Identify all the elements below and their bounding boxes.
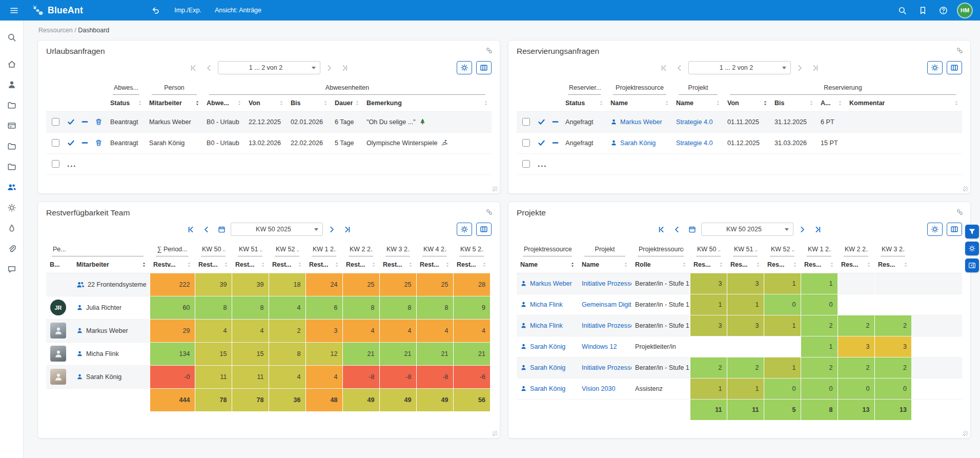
col-dauer[interactable]: Dauer (331, 95, 363, 111)
settings-button[interactable] (457, 61, 472, 74)
col-rest-kw[interactable]: Rest... (269, 256, 305, 273)
sidebar-item-home[interactable] (3, 55, 21, 73)
col-res-kw[interactable]: Res... (838, 256, 874, 273)
cell-ressource[interactable]: Markus Weber (517, 273, 578, 294)
last-page-button[interactable] (338, 62, 351, 74)
col-rest-kw[interactable]: Rest... (342, 256, 379, 273)
col-res-kw[interactable]: Res... (764, 256, 801, 273)
sidebar-item-orders[interactable] (3, 137, 21, 155)
col-bild[interactable]: B... (46, 256, 73, 273)
cell-projekt[interactable]: Gemeinsam Digital (578, 294, 631, 315)
approve-icon[interactable] (538, 118, 545, 126)
sidebar-item-worktime[interactable] (3, 117, 21, 134)
cell-projekt[interactable]: Initiative Prozesse (578, 357, 631, 378)
select-all-checkbox[interactable] (52, 160, 59, 168)
cell-ressource[interactable]: Sarah König (517, 336, 578, 357)
decline-icon[interactable] (552, 139, 559, 147)
period-select[interactable]: KW 50 2025 (231, 223, 323, 236)
menu-icon[interactable] (8, 5, 19, 16)
unlink-icon[interactable] (485, 47, 493, 54)
sidebar-item-contacts[interactable] (3, 76, 21, 93)
more-actions[interactable]: ... (538, 160, 547, 168)
approve-icon[interactable] (67, 118, 75, 126)
columns-button[interactable] (947, 61, 962, 74)
col-aufwand[interactable]: A... (817, 95, 846, 111)
row-checkbox[interactable] (52, 118, 59, 126)
col-rest-kw[interactable]: Rest... (195, 256, 232, 273)
next-page-button[interactable] (793, 62, 806, 74)
cell-projekt[interactable]: Initiative Prozesse (578, 273, 631, 294)
row-checkbox[interactable] (522, 118, 530, 126)
col-ressource-name[interactable]: Name (517, 256, 578, 273)
col-von[interactable]: Von (245, 95, 287, 111)
col-bemerkung[interactable]: Bemerkung (363, 95, 492, 111)
period-select[interactable]: KW 50 2025 (701, 223, 793, 236)
last-page-button[interactable] (341, 223, 354, 236)
col-res-kw[interactable]: Res... (727, 256, 764, 273)
decline-icon[interactable] (552, 118, 559, 126)
resize-handle[interactable] (963, 186, 968, 191)
columns-button[interactable] (476, 61, 492, 74)
cell-ressource[interactable]: Sarah König (517, 378, 578, 399)
col-mitarbeiter[interactable]: Mitarbeiter (146, 95, 203, 111)
next-page-button[interactable] (325, 223, 338, 236)
cell-projekt[interactable]: Strategie 4.0 (672, 111, 724, 132)
resize-handle[interactable] (493, 431, 498, 436)
nav-ansicht-antraege[interactable]: Ansicht: Anträge (215, 7, 261, 14)
search-icon[interactable] (896, 5, 908, 16)
cell-projekt[interactable]: Windows 12 (578, 336, 631, 357)
columns-button[interactable] (947, 223, 962, 236)
next-page-button[interactable] (323, 62, 336, 74)
last-page-button[interactable] (809, 62, 822, 74)
col-status[interactable]: Status (107, 95, 146, 111)
resize-handle[interactable] (493, 186, 498, 191)
sidebar-item-quality[interactable] (3, 220, 21, 237)
cell-ressource[interactable]: Micha Flink (517, 315, 578, 336)
col-projekt-name[interactable]: Name (578, 256, 631, 273)
col-rest-kw[interactable]: Rest... (453, 256, 490, 273)
prev-page-button[interactable] (200, 223, 213, 236)
sidebar-item-resources[interactable] (3, 178, 21, 196)
sidebar-item-search[interactable] (3, 29, 21, 46)
sidebar-item-messages[interactable] (3, 261, 21, 278)
cell-ressource[interactable]: Micha Flink (517, 294, 578, 315)
filter-fab-button[interactable] (965, 225, 979, 238)
help-icon[interactable] (937, 5, 949, 16)
cell-projekt[interactable]: Strategie 4.0 (672, 132, 724, 153)
sidebar-item-settings[interactable] (3, 199, 21, 216)
page-select[interactable]: 1 ... 2 von 2 (688, 61, 791, 74)
columns-button[interactable] (476, 223, 492, 236)
cell-projekt[interactable]: Initiative Prozesse (578, 315, 631, 336)
bookmark-icon[interactable] (917, 5, 928, 16)
col-rest-kw[interactable]: Rest... (232, 256, 269, 273)
settings-button[interactable] (927, 223, 943, 236)
delete-icon[interactable] (95, 139, 103, 147)
nav-imp-exp[interactable]: Imp./Exp. (174, 7, 201, 14)
sidebar-item-attachments[interactable] (3, 240, 21, 257)
collapse-fab-button[interactable] (965, 258, 979, 272)
col-projekt-name[interactable]: Name (672, 95, 724, 111)
col-abwesenheit[interactable]: Abwe... (203, 95, 245, 111)
approve-icon[interactable] (538, 139, 545, 147)
col-bis[interactable]: Bis (287, 95, 331, 111)
calendar-button[interactable] (686, 223, 699, 236)
breadcrumb-section[interactable]: Ressourcen (38, 27, 73, 34)
resize-handle[interactable] (963, 431, 968, 436)
first-page-button[interactable] (185, 223, 197, 236)
settings-button[interactable] (457, 223, 472, 236)
last-page-button[interactable] (811, 223, 824, 236)
prev-page-button[interactable] (202, 62, 215, 74)
approve-icon[interactable] (67, 139, 75, 147)
col-restv-summe[interactable]: Restv... (150, 256, 195, 273)
col-rolle[interactable]: Rolle (631, 256, 690, 273)
user-avatar[interactable]: HM (958, 4, 972, 17)
decline-icon[interactable] (81, 118, 89, 126)
col-von[interactable]: Von (724, 95, 771, 111)
prev-page-button[interactable] (673, 62, 686, 74)
unlink-icon[interactable] (485, 208, 493, 216)
page-select[interactable]: 1 ... 2 von 2 (218, 61, 320, 74)
back-icon[interactable] (150, 5, 161, 16)
cell-ressource[interactable]: Sarah König (517, 357, 578, 378)
more-actions[interactable]: ... (67, 160, 77, 168)
unlink-icon[interactable] (956, 47, 964, 54)
